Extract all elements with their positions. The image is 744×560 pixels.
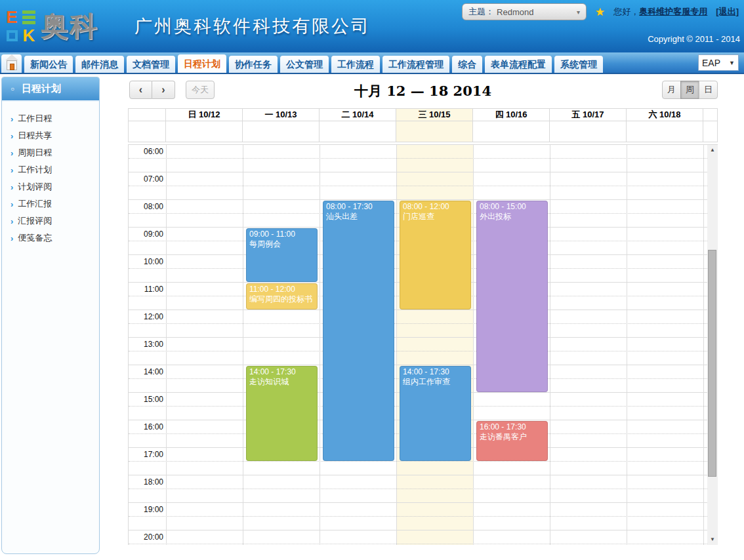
- logo-block-green: [21, 9, 37, 26]
- time-label: 11:00: [129, 285, 163, 294]
- nav-tab-9[interactable]: 表单流程配置: [485, 56, 552, 73]
- view-button-1[interactable]: 周: [680, 81, 699, 99]
- event-0[interactable]: 09:00 - 11:00每周例会: [246, 228, 318, 282]
- nav-tab-10[interactable]: 系统管理: [554, 56, 603, 73]
- item-arrow-icon: ›: [10, 148, 13, 158]
- theme-select[interactable]: 主题： Redmond ▾: [462, 3, 587, 20]
- scrollbar[interactable]: ▲ ▼: [707, 145, 718, 545]
- sidebar-item-1[interactable]: ›日程共享: [10, 127, 99, 144]
- half-hour-line: [129, 310, 707, 324]
- allday-cell-2[interactable]: [320, 121, 396, 142]
- time-label: 13:00: [129, 340, 163, 349]
- event-7[interactable]: 16:00 - 17:30走访番禺客户: [476, 421, 548, 461]
- scroll-down-icon[interactable]: ▼: [707, 534, 718, 545]
- event-3[interactable]: 08:00 - 17:30汕头出差: [323, 201, 394, 461]
- sidebar-item-2[interactable]: ›周期日程: [10, 144, 99, 161]
- day-header-cell-6: 六 10/18: [627, 108, 703, 121]
- allday-cell-4[interactable]: [473, 121, 550, 142]
- home-button[interactable]: [1, 54, 22, 73]
- copyright: Copyright © 2011 - 2014: [648, 34, 740, 44]
- sidebar-item-0[interactable]: ›工作日程: [10, 110, 99, 127]
- hour-row-12:00[interactable]: 12:00: [129, 310, 707, 338]
- time-label: 09:00: [129, 230, 163, 239]
- sidebar-item-5[interactable]: ›工作汇报: [10, 195, 99, 212]
- day-header-row: 日 10/12一 10/13二 10/14三 10/15四 10/16五 10/…: [128, 108, 718, 121]
- sidebar-header: ○ 日程计划: [2, 77, 99, 102]
- event-4[interactable]: 08:00 - 12:00门店巡查: [400, 201, 471, 310]
- allday-cell-5[interactable]: [550, 121, 627, 142]
- favorite-star-icon[interactable]: ★: [595, 5, 605, 19]
- home-icon: [5, 60, 18, 71]
- half-hour-line: [129, 530, 707, 544]
- nav-tab-4[interactable]: 协作任务: [229, 56, 278, 73]
- calendar-panel: ‹ › 今天 十月 12 — 18 2014 月周日 日 10/12一 10/1…: [125, 75, 725, 560]
- sidebar-item-6[interactable]: ›汇报评阅: [10, 212, 99, 230]
- time-label: 16:00: [129, 422, 163, 431]
- item-arrow-icon: ›: [10, 182, 13, 192]
- time-label: 10:00: [129, 257, 163, 266]
- event-time: 11:00 - 12:00: [249, 285, 314, 294]
- allday-cell-3[interactable]: [396, 121, 473, 142]
- calendar-grid: 日 10/12一 10/13二 10/14三 10/15四 10/16五 10/…: [128, 108, 718, 544]
- logo-block-yellow: K: [21, 27, 37, 44]
- event-1[interactable]: 11:00 - 12:00编写周四的投标书: [246, 283, 318, 310]
- nav-tab-6[interactable]: 工作流程: [331, 56, 380, 73]
- item-arrow-icon: ›: [10, 216, 13, 226]
- day-header-cell-4: 四 10/16: [473, 108, 550, 121]
- eap-dropdown-arrow-icon: ▼: [729, 60, 735, 66]
- sidebar-item-label: 计划评阅: [18, 181, 52, 193]
- sidebar-item-7[interactable]: ›便笺备忘: [10, 230, 99, 247]
- nav-tab-3[interactable]: 日程计划: [178, 54, 226, 73]
- allday-cell-6[interactable]: [627, 121, 703, 142]
- half-hour-line: [129, 475, 707, 489]
- nav-tab-0[interactable]: 新闻公告: [24, 56, 73, 73]
- day-header-spacer: [703, 108, 718, 121]
- day-header-cell-3: 三 10/15: [396, 108, 473, 121]
- logout-link[interactable]: [退出]: [716, 6, 739, 18]
- view-button-2[interactable]: 日: [699, 81, 718, 99]
- event-6[interactable]: 08:00 - 15:00外出投标: [476, 201, 548, 392]
- hour-row-07:00[interactable]: 07:00: [129, 172, 707, 200]
- allday-spacer: [703, 121, 718, 142]
- time-label: 06:00: [129, 147, 163, 156]
- sidebar-item-label: 工作汇报: [18, 198, 52, 210]
- sidebar-item-label: 周期日程: [18, 147, 52, 159]
- logo-icon: E K: [4, 9, 38, 44]
- scroll-up-icon[interactable]: ▲: [707, 145, 718, 155]
- hour-row-19:00[interactable]: 19:00: [129, 503, 707, 530]
- half-hour-line: [129, 503, 707, 517]
- nav-tab-2[interactable]: 文档管理: [127, 56, 175, 73]
- time-label: 15:00: [129, 395, 163, 404]
- sidebar-item-label: 日程共享: [18, 130, 52, 142]
- hour-row-06:00[interactable]: 06:00: [129, 145, 707, 172]
- greeting: 您好，奥科维护客服专用: [613, 6, 707, 18]
- event-title: 外出投标: [480, 212, 545, 222]
- nav-tab-1[interactable]: 邮件消息: [75, 56, 124, 73]
- sidebar-item-3[interactable]: ›工作计划: [10, 161, 99, 178]
- logo-block-blue: [4, 27, 20, 44]
- event-time: 08:00 - 17:30: [326, 202, 391, 212]
- nav-tab-8[interactable]: 综合: [452, 56, 482, 73]
- allday-cell-0[interactable]: [166, 121, 243, 142]
- user-link[interactable]: 奥科维护客服专用: [639, 7, 707, 16]
- time-label: 14:00: [129, 367, 163, 376]
- half-hour-line: [129, 145, 707, 159]
- event-2[interactable]: 14:00 - 17:30走访知识城: [246, 366, 318, 461]
- hour-row-13:00[interactable]: 13:00: [129, 338, 707, 365]
- view-button-0[interactable]: 月: [662, 81, 681, 99]
- hour-row-20:00[interactable]: 20:00: [129, 530, 707, 545]
- view-switcher: 月周日: [662, 81, 718, 99]
- event-5[interactable]: 14:00 - 17:30组内工作审查: [400, 366, 471, 461]
- nav-tab-5[interactable]: 公文管理: [280, 56, 329, 73]
- allday-row: [128, 121, 718, 142]
- eap-label: EAP: [702, 58, 720, 68]
- day-header-gutter: [128, 108, 166, 121]
- hour-row-18:00[interactable]: 18:00: [129, 475, 707, 503]
- allday-cell-1[interactable]: [243, 121, 320, 142]
- sidebar-item-label: 工作计划: [18, 164, 52, 176]
- scrollbar-thumb[interactable]: [708, 250, 716, 477]
- sidebar-item-4[interactable]: ›计划评阅: [10, 178, 99, 195]
- nav-tab-7[interactable]: 工作流程管理: [382, 56, 449, 73]
- eap-select[interactable]: EAP ▼: [698, 54, 739, 71]
- time-grid: 06:0007:0008:0009:0010:0011:0012:0013:00…: [128, 145, 707, 545]
